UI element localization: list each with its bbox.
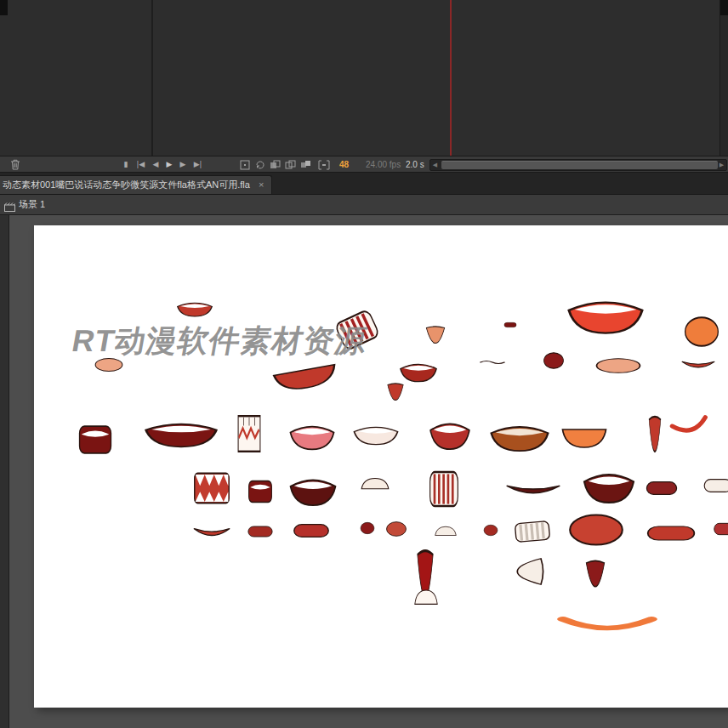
mouth-shape-13[interactable]: [680, 355, 716, 374]
center-frame-button[interactable]: [238, 156, 251, 173]
scrollbar-left-arrow-icon[interactable]: ◀: [430, 160, 440, 170]
mouth-shape-46[interactable]: [413, 589, 439, 609]
mouth-shape-6[interactable]: [683, 315, 720, 349]
mouth-shape-16[interactable]: [141, 419, 221, 448]
mouth-shape-12[interactable]: [594, 357, 643, 374]
onion-skin-icon: [270, 160, 281, 168]
mouth-shape-5[interactable]: [564, 296, 647, 335]
edit-multiple-frames-icon: [300, 160, 311, 168]
mouth-shape-48[interactable]: [583, 560, 607, 589]
mouth-shape-27[interactable]: [287, 475, 338, 507]
document-tab[interactable]: 动态素材001嘴巴说话动态争吵微笑源文件fla格式AN可用.fla ×: [0, 175, 272, 194]
mouth-shape-4[interactable]: [503, 316, 517, 323]
mouth-shape-47[interactable]: [515, 555, 544, 589]
step-forward-button[interactable]: ▶: [177, 156, 189, 173]
loop-button[interactable]: [253, 156, 266, 173]
delete-frame-button[interactable]: [9, 156, 22, 173]
timeline-corner-block: [0, 0, 8, 15]
mouth-shape-11[interactable]: [543, 351, 565, 370]
current-frame-display: 48: [339, 156, 349, 173]
mouth-shape-37[interactable]: [360, 521, 375, 535]
frame-rate-display[interactable]: 24.00 fps: [366, 156, 401, 173]
mouth-shape-25[interactable]: [192, 470, 231, 506]
edit-bar: 场景 1: [0, 195, 728, 215]
scene-breadcrumb[interactable]: 场景 1: [19, 195, 45, 215]
mouth-shape-17[interactable]: [235, 413, 264, 454]
mouth-shape-23[interactable]: [647, 415, 663, 454]
mouth-shape-36[interactable]: [292, 521, 331, 540]
mouth-shape-2[interactable]: [331, 305, 384, 354]
scrollbar-right-arrow-icon[interactable]: ▶: [717, 160, 726, 170]
playhead[interactable]: [450, 0, 452, 156]
mouth-shape-30[interactable]: [504, 478, 562, 502]
center-frame-icon: [240, 160, 250, 168]
modify-markers-icon: [318, 160, 330, 168]
mouth-shape-32[interactable]: [645, 479, 679, 498]
mouth-shape-24[interactable]: [668, 412, 714, 445]
mouth-shape-31[interactable]: [581, 469, 637, 504]
edit-multiple-frames-button[interactable]: [299, 156, 312, 173]
pause-button[interactable]: ▮: [120, 156, 132, 173]
mouth-shape-15[interactable]: [77, 424, 114, 456]
mouth-shape-1[interactable]: [175, 300, 214, 317]
mouth-shape-34[interactable]: [192, 521, 231, 543]
mouth-shape-3[interactable]: [424, 326, 447, 344]
mouth-shape-38[interactable]: [385, 520, 407, 537]
play-icon: ▶: [167, 160, 173, 168]
mouth-shape-29[interactable]: [428, 469, 460, 509]
document-tab-bar: 动态素材001嘴巴说话动态争吵微笑源文件fla格式AN可用.fla ×: [0, 173, 728, 195]
mouth-shape-28[interactable]: [360, 477, 390, 492]
timeline-frames-area[interactable]: [0, 0, 728, 156]
watermark-text: RT动漫软件素材资源: [69, 321, 371, 362]
mouth-shape-14[interactable]: [385, 383, 406, 401]
last-frame-icon: ▶|: [194, 160, 202, 168]
mouth-shape-49[interactable]: [555, 614, 660, 640]
stage[interactable]: RT动漫软件素材资源: [34, 225, 728, 708]
timeline-column-divider: [151, 0, 153, 156]
mouth-shape-21[interactable]: [487, 422, 552, 452]
left-panel-edge: [0, 215, 9, 728]
mouth-shape-40[interactable]: [483, 524, 498, 537]
timeline-toolbar: ▮ |◀ ◀ ▶ ▶ ▶| 48 24.00 fps 2.0 s ◀ ▶: [0, 156, 728, 173]
first-frame-icon: |◀: [137, 160, 145, 168]
mouth-shape-26[interactable]: [247, 479, 274, 504]
onion-skin-outlines-button[interactable]: [284, 156, 297, 173]
mouth-shape-10[interactable]: [479, 355, 506, 366]
mouth-shape-18[interactable]: [287, 422, 337, 451]
go-to-first-frame-button[interactable]: |◀: [134, 156, 148, 173]
timeline-vertical-scrollbar[interactable]: [719, 0, 728, 156]
mouth-shape-35[interactable]: [247, 524, 274, 539]
trash-icon: [10, 160, 20, 168]
onion-skin-outlines-icon: [285, 160, 296, 168]
tab-close-icon[interactable]: ×: [259, 179, 264, 190]
loop-icon: [255, 160, 265, 168]
prev-frame-icon: ◀: [153, 160, 159, 168]
mouth-shape-8[interactable]: [269, 358, 342, 395]
mouth-shape-43[interactable]: [645, 523, 697, 543]
mouth-shape-7[interactable]: [94, 357, 124, 373]
scrollbar-handle[interactable]: [441, 161, 718, 169]
mouth-shape-44[interactable]: [713, 520, 728, 537]
mouth-shape-41[interactable]: [512, 519, 553, 544]
elapsed-time-display: 2.0 s: [406, 156, 424, 173]
mouth-shape-42[interactable]: [566, 512, 626, 548]
mouth-shape-19[interactable]: [351, 424, 401, 446]
scene-icon: [4, 200, 15, 215]
mouth-shape-22[interactable]: [560, 424, 609, 449]
canvas-area: RT动漫软件素材资源: [0, 215, 728, 728]
mouth-shape-20[interactable]: [428, 418, 472, 451]
mouth-shape-39[interactable]: [434, 526, 458, 538]
play-button[interactable]: ▶: [163, 156, 175, 173]
go-to-last-frame-button[interactable]: ▶|: [191, 156, 205, 173]
next-frame-icon: ▶: [180, 160, 186, 168]
timeline-horizontal-scrollbar[interactable]: ◀ ▶: [429, 159, 727, 171]
modify-markers-button[interactable]: [316, 156, 332, 173]
step-back-button[interactable]: ◀: [150, 156, 162, 173]
document-tab-title: 动态素材001嘴巴说话动态争吵微笑源文件fla格式AN可用.fla: [3, 179, 250, 190]
mouth-shape-9[interactable]: [398, 361, 439, 383]
pause-icon: ▮: [124, 160, 128, 168]
mouth-shape-33[interactable]: [702, 476, 728, 495]
onion-skin-button[interactable]: [269, 156, 282, 173]
timeline-corner-block: [720, 0, 728, 15]
